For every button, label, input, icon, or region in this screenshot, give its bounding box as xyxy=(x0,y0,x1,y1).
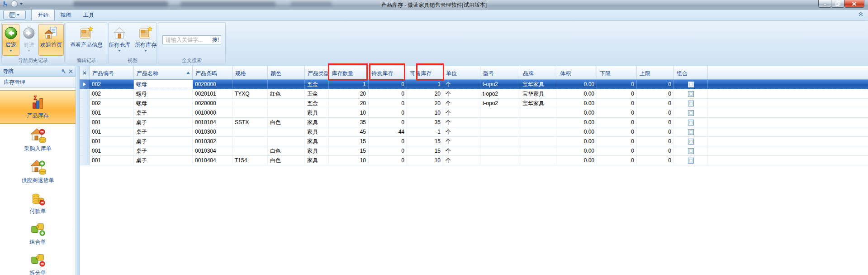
combo-checkbox[interactable] xyxy=(688,120,694,125)
cell-product-type[interactable]: 家具 xyxy=(305,108,329,117)
cell-upper-limit[interactable]: 0 xyxy=(637,89,674,98)
cell-barcode[interactable]: 0010104 xyxy=(193,118,232,127)
grid-corner-button[interactable] xyxy=(80,66,90,79)
cell-stock-qty[interactable]: 35 xyxy=(329,118,369,127)
cell-product-name[interactable]: 桌子 xyxy=(134,156,193,165)
cell-model[interactable] xyxy=(480,118,520,127)
cell-upper-limit[interactable]: 0 xyxy=(637,146,674,155)
cell-upper-limit[interactable]: 0 xyxy=(637,137,674,146)
cell-model[interactable] xyxy=(480,108,520,117)
cell-spec[interactable] xyxy=(232,99,268,108)
cell-model[interactable] xyxy=(480,156,520,165)
cell-lower-limit[interactable]: 0 xyxy=(597,108,637,117)
cell-brand[interactable]: 宝华家具 xyxy=(520,80,557,89)
cell-lower-limit[interactable]: 0 xyxy=(597,137,637,146)
cell-product-type[interactable]: 家具 xyxy=(305,137,329,146)
cell-sellable-stock[interactable]: 20 xyxy=(407,99,443,108)
cell-barcode[interactable]: 0020000 xyxy=(193,80,232,89)
cell-unit[interactable]: 个 xyxy=(443,156,480,165)
cell-stock-qty[interactable]: 10 xyxy=(329,108,369,117)
col-header-spec[interactable]: 规格 xyxy=(232,66,268,79)
cell-stock-qty[interactable]: 1 xyxy=(329,80,369,89)
cell-color[interactable]: 白色 xyxy=(268,146,305,155)
table-row[interactable]: 001桌子0010104SSTX白色家具35035个0.0000 xyxy=(80,118,868,127)
col-header-product-code[interactable]: 产品编号 xyxy=(90,66,134,79)
cell-pending-stock[interactable]: 0 xyxy=(369,99,407,108)
cell-barcode[interactable]: 0020000 xyxy=(193,99,232,108)
cell-volume[interactable]: 0.00 xyxy=(557,127,597,136)
combo-checkbox[interactable] xyxy=(688,101,694,106)
cell-volume[interactable]: 0.00 xyxy=(557,89,597,98)
cell-stock-qty[interactable]: 10 xyxy=(329,156,369,165)
cell-sellable-stock[interactable]: 20 xyxy=(407,89,443,98)
cell-upper-limit[interactable]: 0 xyxy=(637,80,674,89)
cell-product-name[interactable]: 螺母 xyxy=(134,89,193,98)
all-warehouses-dropdown-icon[interactable] xyxy=(118,50,121,52)
cell-upper-limit[interactable]: 0 xyxy=(637,99,674,108)
restore-button[interactable] xyxy=(831,0,844,8)
cell-sellable-stock[interactable]: 35 xyxy=(407,118,443,127)
cell-stock-qty[interactable]: 15 xyxy=(329,146,369,155)
cell-barcode[interactable]: 0010300 xyxy=(193,127,232,136)
cell-product-name[interactable]: 桌子 xyxy=(134,127,193,136)
cell-sellable-stock[interactable]: 15 xyxy=(407,146,443,155)
cell-product-code[interactable]: 001 xyxy=(90,137,134,146)
cell-color[interactable]: 红色 xyxy=(268,89,305,98)
cell-color[interactable] xyxy=(268,137,305,146)
tab-tools[interactable]: 工具 xyxy=(77,10,100,20)
sidebar-item-split-slip[interactable]: 拆分单 xyxy=(0,249,76,275)
cell-model[interactable] xyxy=(480,146,520,155)
cell-product-code[interactable]: 001 xyxy=(90,127,134,136)
cell-stock-qty[interactable]: 15 xyxy=(329,137,369,146)
col-header-pending-stock[interactable]: 待发库存 xyxy=(369,66,407,79)
cell-upper-limit[interactable]: 0 xyxy=(637,118,674,127)
cell-sellable-stock[interactable]: 10 xyxy=(407,108,443,117)
collapse-ribbon-button[interactable] xyxy=(858,10,863,19)
cell-spec[interactable] xyxy=(232,146,268,155)
table-row[interactable]: 001桌子0010302家具15015个0.0000 xyxy=(80,137,868,146)
cell-color[interactable] xyxy=(268,99,305,108)
sidebar-section-inventory-mgmt[interactable]: 库存管理 xyxy=(0,77,76,88)
cell-unit[interactable]: 个 xyxy=(443,89,480,98)
cell-upper-limit[interactable]: 0 xyxy=(637,127,674,136)
cell-brand[interactable] xyxy=(520,127,557,136)
cell-model[interactable]: t-opo2 xyxy=(480,99,520,108)
col-header-product-name[interactable]: 产品名称 xyxy=(134,66,193,79)
cell-sellable-stock[interactable]: 15 xyxy=(407,137,443,146)
cell-volume[interactable]: 0.00 xyxy=(557,156,597,165)
col-header-unit[interactable]: 单位 xyxy=(443,66,480,79)
cell-stock-qty[interactable]: 20 xyxy=(329,89,369,98)
combo-checkbox[interactable] xyxy=(688,148,694,154)
cell-lower-limit[interactable]: 0 xyxy=(597,89,637,98)
col-header-lower-limit[interactable]: 下限 xyxy=(597,66,637,79)
cell-spec[interactable] xyxy=(232,108,268,117)
cell-lower-limit[interactable]: 0 xyxy=(597,127,637,136)
cell-barcode[interactable]: 0010000 xyxy=(193,108,232,117)
cell-pending-stock[interactable]: 0 xyxy=(369,146,407,155)
cell-product-type[interactable]: 家具 xyxy=(305,156,329,165)
cell-brand[interactable] xyxy=(520,108,557,117)
tab-start[interactable]: 开始 xyxy=(31,9,55,20)
cell-brand[interactable] xyxy=(520,118,557,127)
cell-unit[interactable]: 个 xyxy=(443,118,480,127)
cell-lower-limit[interactable]: 0 xyxy=(597,146,637,155)
cell-barcode[interactable]: 0010302 xyxy=(193,137,232,146)
cell-pending-stock[interactable]: 0 xyxy=(369,137,407,146)
cell-stock-qty[interactable]: -45 xyxy=(329,127,369,136)
cell-barcode[interactable]: 0010304 xyxy=(193,146,232,155)
cell-lower-limit[interactable]: 0 xyxy=(597,99,637,108)
search-go-button[interactable]: 搜! xyxy=(212,36,219,44)
col-header-product-type[interactable]: 产品类型 xyxy=(305,66,329,79)
pane-splitter[interactable] xyxy=(76,66,80,275)
cell-product-name[interactable]: 桌子 xyxy=(134,108,193,117)
cell-spec[interactable] xyxy=(232,137,268,146)
cell-unit[interactable]: 个 xyxy=(443,80,480,89)
cell-spec[interactable]: T154 xyxy=(232,156,268,165)
combo-checkbox[interactable] xyxy=(688,139,694,145)
search-input[interactable] xyxy=(165,36,211,43)
table-row[interactable]: 001桌子0010300家具-45-44-1个0.0000 xyxy=(80,127,868,137)
cell-spec[interactable]: SSTX xyxy=(232,118,268,127)
cell-product-type[interactable]: 家具 xyxy=(305,127,329,136)
table-row[interactable]: 001桌子0010304白色家具15015个0.0000 xyxy=(80,146,868,156)
close-button[interactable] xyxy=(844,0,864,8)
